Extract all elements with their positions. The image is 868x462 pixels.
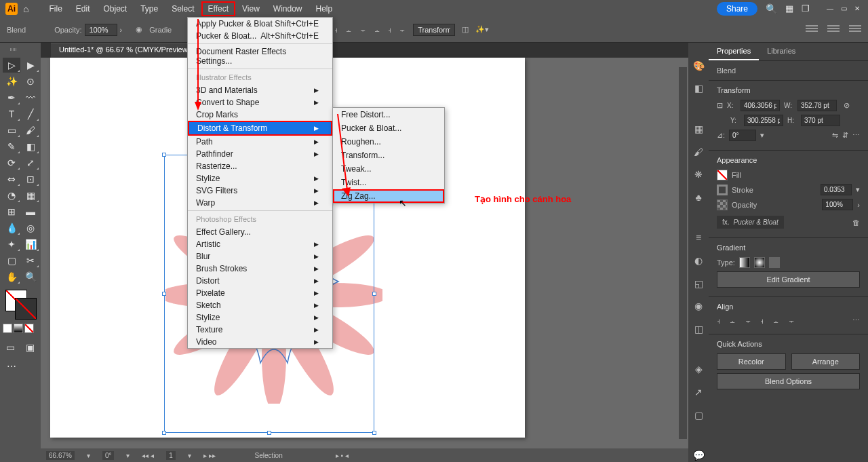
link-wh-icon[interactable]: ⊘ <box>844 101 850 110</box>
align-bottom-icon[interactable]: ⫟ <box>399 26 406 34</box>
line-tool[interactable]: ╱ <box>22 107 39 121</box>
align-v-top-icon[interactable]: ⫞ <box>760 317 764 325</box>
search-icon[interactable]: 🔍 <box>766 3 777 14</box>
menu-distort-transform[interactable]: Distort & Transform▶ <box>188 121 332 136</box>
artboard-nav-prev[interactable]: ◂◂ ◂ <box>142 452 154 459</box>
menu-artistic[interactable]: Artistic▶ <box>188 238 332 250</box>
asset-export-icon[interactable]: ↗ <box>692 385 705 399</box>
color-panel-icon[interactable]: 🎨 <box>692 59 705 73</box>
submenu-zig-zag-[interactable]: Zig Zag... <box>333 189 444 203</box>
submenu-free-distort-[interactable]: Free Distort... <box>333 108 444 121</box>
menu-stylize[interactable]: Stylize▶ <box>188 311 332 324</box>
artboard-nav-next[interactable]: ▸ ▸▸ <box>203 452 216 459</box>
home-icon[interactable]: ⌂ <box>23 3 28 14</box>
menu-help[interactable]: Help <box>309 1 340 16</box>
panel-toggle-1[interactable] <box>806 25 818 35</box>
lasso-tool[interactable]: ⊙ <box>22 74 39 89</box>
menu-crop-marks[interactable]: Crop Marks <box>188 109 332 121</box>
opacity-swatch-mini[interactable] <box>717 199 728 210</box>
blend-options-button[interactable]: Blend Options <box>717 373 860 389</box>
blend-tool[interactable]: ◎ <box>22 220 39 235</box>
align-v-bottom-icon[interactable]: ⫟ <box>788 317 795 325</box>
rotation-field[interactable]: 0° <box>102 451 115 460</box>
menu-effect[interactable]: Effect <box>201 1 235 16</box>
status-nav[interactable]: ▸ ▪ ◂ <box>336 452 349 459</box>
direct-selection-tool[interactable]: ▶ <box>22 58 39 73</box>
magic-wand-tool[interactable]: ✨ <box>3 74 20 89</box>
share-button[interactable]: Share <box>717 2 757 16</box>
submenu-transform-[interactable]: Transform... <box>333 149 444 162</box>
menu-object[interactable]: Object <box>97 1 134 16</box>
screen-mode-full[interactable]: ▣ <box>22 340 38 355</box>
menu-path[interactable]: Path▶ <box>188 136 332 148</box>
menu-view[interactable]: View <box>235 1 267 16</box>
tab-libraries[interactable]: Libraries <box>759 43 804 60</box>
transparency-panel-icon[interactable]: ◱ <box>692 277 705 290</box>
brushes-panel-icon[interactable]: 🖌 <box>692 145 705 159</box>
paintbrush-tool[interactable]: 🖌 <box>22 123 39 138</box>
menu-last-effect[interactable]: Pucker & Bloat...Alt+Shift+Ctrl+E <box>188 30 332 42</box>
w-input[interactable] <box>797 100 837 111</box>
symbols-panel-icon[interactable]: ❋ <box>692 168 705 181</box>
y-input[interactable] <box>744 115 783 126</box>
eraser-tool[interactable]: ◧ <box>22 139 39 154</box>
color-guide-icon[interactable]: ◧ <box>692 82 705 96</box>
menu-type[interactable]: Type <box>134 1 165 16</box>
fill-swatch-mini[interactable] <box>717 170 728 180</box>
menu-convert-to-shape[interactable]: Convert to Shape▶ <box>188 96 332 109</box>
menu-3d-and-materials[interactable]: 3D and Materials▶ <box>188 84 332 96</box>
graphic-styles-icon[interactable]: ◫ <box>692 322 705 336</box>
align-h-left-icon[interactable]: ⫞ <box>717 317 721 325</box>
flip-h-icon[interactable]: ⇋ <box>832 131 838 140</box>
align-h-right-icon[interactable]: ⫟ <box>745 317 752 325</box>
align-h-center-icon[interactable]: ⫠ <box>729 317 736 325</box>
menu-pathfinder[interactable]: Pathfinder▶ <box>188 148 332 160</box>
x-input[interactable] <box>741 100 780 111</box>
menu-select[interactable]: Select <box>165 1 201 16</box>
scale-tool[interactable]: ⤢ <box>22 155 39 170</box>
gradient-mode-icon[interactable] <box>14 324 23 333</box>
stroke-swatch[interactable] <box>15 298 37 320</box>
artboard-number[interactable]: 1 <box>166 451 176 460</box>
opacity-value-input[interactable] <box>822 199 853 210</box>
h-input[interactable] <box>801 115 840 126</box>
selection-tool[interactable]: ▷ <box>3 58 20 73</box>
menu-file[interactable]: File <box>42 1 68 16</box>
gradient-linear-icon[interactable] <box>739 257 750 268</box>
menu-edit[interactable]: Edit <box>69 1 97 16</box>
gradient-radial-icon[interactable] <box>754 257 765 268</box>
align-middle-icon[interactable]: ⫞ <box>388 26 392 34</box>
pen-tool[interactable]: ✒ <box>3 90 20 105</box>
shape-builder-tool[interactable]: ◔ <box>3 188 20 203</box>
gradient-tool[interactable]: ▬ <box>22 204 39 219</box>
shaper-tool[interactable]: ✎ <box>3 139 20 154</box>
clover-icon[interactable]: ♣ <box>692 191 705 204</box>
edit-toolbar[interactable]: ⋯ <box>3 359 20 374</box>
menu-effect-gallery-[interactable]: Effect Gallery... <box>188 226 332 238</box>
recolor-button[interactable]: Recolor <box>717 353 786 370</box>
menu-brush-strokes[interactable]: Brush Strokes▶ <box>188 263 332 275</box>
menu-video[interactable]: Video▶ <box>188 336 332 348</box>
align-left-icon[interactable]: ⫞ <box>334 26 338 34</box>
rotate-tool[interactable]: ⟳ <box>3 155 20 170</box>
align-top-icon[interactable]: ⫠ <box>374 26 381 34</box>
reference-point-icon[interactable]: ⊡ <box>717 101 723 110</box>
menu-window[interactable]: Window <box>267 1 309 16</box>
stroke-panel-icon[interactable]: ≡ <box>692 231 705 245</box>
menu-sketch[interactable]: Sketch▶ <box>188 299 332 311</box>
align-right-icon[interactable]: ⫟ <box>359 26 367 34</box>
close-button[interactable]: ✕ <box>852 3 863 14</box>
screen-mode-normal[interactable]: ▭ <box>3 340 18 355</box>
panel-toggle-3[interactable] <box>849 25 861 35</box>
edit-gradient-button[interactable]: Edit Gradient <box>717 271 860 288</box>
free-transform-tool[interactable]: ⊡ <box>22 172 39 187</box>
align-more-icon[interactable]: ⋯ <box>852 316 860 325</box>
panel-toggle-2[interactable] <box>827 25 840 35</box>
applied-effect-chip[interactable]: fx.Pucker & Bloat <box>717 216 784 229</box>
submenu-tweak-[interactable]: Tweak... <box>333 162 444 176</box>
layers-panel-icon[interactable]: ◈ <box>692 363 705 377</box>
menu-warp[interactable]: Warp▶ <box>188 197 332 209</box>
rotate-input[interactable] <box>729 130 756 141</box>
menu-blur[interactable]: Blur▶ <box>188 250 332 263</box>
zoom-tool[interactable]: 🔍 <box>22 269 39 284</box>
